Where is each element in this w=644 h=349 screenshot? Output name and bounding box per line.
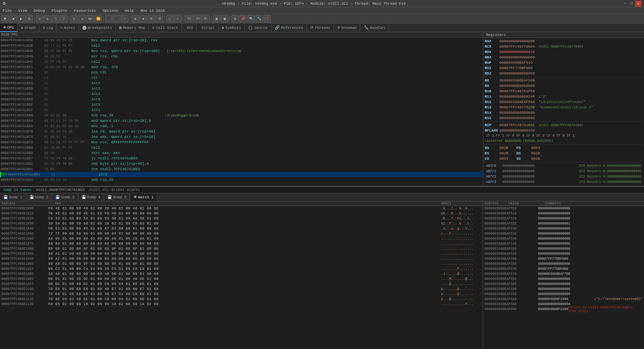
toolbar-btn-13[interactable]: ⬛ [105, 15, 112, 22]
menu-item-debug[interactable]: Debug [33, 9, 46, 13]
dump-row[interactable]: 00007FFC496E1020 C0 52 01 00 B0 54 01 00… [0, 216, 483, 221]
reg-value[interactable]: 0000000000000000 [499, 116, 535, 120]
disasm-row[interactable]: 00007FFC497A1B87 78 45 24 40 00 js ntdll… [0, 156, 483, 161]
reg-value[interactable]: 000003680EAF510 [499, 61, 533, 65]
stack-row[interactable]: 0000003680EAF528 0000000000000001 [483, 221, 644, 226]
stack-row[interactable]: 0000003680EAF540 0000000000000000 [483, 236, 644, 241]
tab-symbols[interactable]: ◆Symbols [218, 23, 245, 32]
menu-item-options[interactable]: Options [101, 9, 119, 13]
toolbar-btn-7[interactable]: ⤵ [52, 15, 59, 22]
dump-row[interactable]: 00007FFC496E10D0 10 4A 01 00 00 00 00 00… [0, 271, 483, 277]
toolbar-btn-11[interactable]: ⏭ [87, 15, 94, 22]
tab-seh[interactable]: SEH [182, 23, 197, 32]
stack-content[interactable]: 0000003680EAF510 0000000000000009 000000… [483, 206, 644, 347]
flag-if[interactable]: IF 1 [567, 134, 575, 138]
stack-row[interactable]: 0000003680EAF550 0000000000000000 [483, 246, 644, 251]
dump-row[interactable]: 00007FFC496E10A0 00 A2 01 00 00 00 00 00… [0, 256, 483, 261]
tab-breakpoints[interactable]: ⬤Breakpoints [79, 23, 116, 32]
stack-row[interactable]: 0000003680EAF520 0000000000000000 [483, 216, 644, 221]
stack-row[interactable]: 0000003680EAF598 0000000000000000 [483, 292, 644, 297]
stack-row[interactable]: 0000003680EAF518 0000000000000000 [483, 211, 644, 216]
stack-row[interactable]: 0000003680EAF560 00007FF77DBF000 [483, 256, 644, 261]
toolbar-btn-24[interactable]: 📌 [239, 15, 247, 22]
maximize-button[interactable]: □ [629, 1, 635, 7]
toolbar-btn-red[interactable]: ● [121, 15, 128, 22]
toolbar-btn-12[interactable]: ⏩ [95, 15, 102, 22]
dump-row[interactable]: 00007FFC496E10F0 00 DC 01 00 40 DC 01 00… [0, 282, 483, 287]
reg-value[interactable]: 0000000000000000 [499, 39, 535, 43]
flag-sf[interactable]: SF 0 [526, 134, 534, 138]
dump-tab-dump-5[interactable]: 💾Dump 5 [104, 193, 130, 201]
disasm-row[interactable]: 00007FFC497A1B80 E8 7B ED FC FF call [0, 145, 483, 150]
disasm-row[interactable]: 00007FFC497A1B5C CC int3 [0, 91, 483, 97]
flag-zf[interactable]: ZF 1 [486, 134, 494, 138]
dump-content[interactable]: 00007FFC496E1000 F0 4E 01 00 D0 49 01 00… [0, 206, 483, 347]
toolbar-btn-19[interactable]: ✏ [166, 15, 173, 22]
stack-row[interactable]: 0000003680EAF590 0000000000000000 [483, 287, 644, 292]
stack-row[interactable]: 0000003680EAF558 0000000000000000 [483, 251, 644, 256]
toolbar-btn-27[interactable]: ❓ [264, 15, 271, 22]
toolbar-btn-14[interactable]: ⬛ [113, 15, 120, 22]
toolbar-btn-26[interactable]: 🔧 [256, 15, 263, 22]
toolbar-btn-22[interactable]: ▦ [221, 15, 228, 22]
dump-tab-dump-1[interactable]: 💾Dump 1 [0, 193, 26, 201]
toolbar-btn-9[interactable]: ▷ [70, 15, 78, 22]
disasm-row[interactable]: 00007FFC497A1B5D CC int3 [0, 97, 483, 102]
flag-af[interactable]: AF 0 [506, 134, 514, 138]
reg-value[interactable]: 0000000000000000 [499, 55, 535, 59]
reg-value[interactable]: 0000003680EAF560 [499, 100, 535, 104]
reg-value[interactable]: 0000000000000246 [499, 95, 535, 99]
reg-value[interactable]: 0000000000000000 [499, 84, 535, 88]
reg-value[interactable]: 0000000000000000 [499, 71, 535, 76]
tab-source[interactable]: {}Source [245, 23, 271, 32]
toolbar-btn-15[interactable]: ◈ [131, 15, 139, 22]
dump-tab-watch-1[interactable]: 👁Watch 1 [130, 193, 157, 201]
close-button[interactable]: ✕ [635, 1, 641, 7]
toolbar-btn-A[interactable]: A+ [195, 15, 202, 22]
disasm-row[interactable]: 00007FFC497A1B40 E8 CF D4 E9 01 mov rcx,… [0, 48, 483, 54]
minimize-button[interactable]: ─ [622, 1, 628, 7]
menu-item-file[interactable]: File [1, 9, 13, 13]
reg-value[interactable]: 00007FFC497A1B91 [499, 123, 535, 127]
menu-item-favourites[interactable]: Favourites [72, 9, 97, 13]
tab-graph[interactable]: ◈Graph [17, 23, 39, 32]
menu-item-help[interactable]: Help [123, 9, 135, 13]
tab-references[interactable]: 🔗References [271, 23, 307, 32]
tab-cpu[interactable]: ⚙CPU [0, 23, 17, 32]
reg-value[interactable]: 0000003680EAF508 [499, 79, 535, 83]
stack-row[interactable]: 0000003680EAF548 0000000000000000 [483, 241, 644, 246]
dump-row[interactable]: 00007FFC496E10E0 00 DC 01 00 4D DC 01 00… [0, 277, 483, 282]
disasm-row[interactable]: 00007FFC497A1B49 48 33 CC xor rcx, rbp [0, 54, 483, 59]
disasm-row[interactable]: 00007FFC497A1B5A CC int3 [0, 81, 483, 86]
stack-row[interactable]: 0000003680EAF510 0000000000000009 [483, 206, 644, 211]
dump-tab-dump-3[interactable]: 💾Dump 3 [52, 193, 78, 201]
tab-notes[interactable]: ✎Notes [57, 23, 78, 32]
reg-value[interactable]: 00007FFC49770904 [499, 45, 535, 49]
dump-row[interactable]: 00007FFC496E1050 72 7F 00 00 50 8A 01 00… [0, 231, 483, 236]
dump-row[interactable]: 00007FFC496E1070 80 90 01 00 00 00 00 00… [0, 241, 483, 246]
dump-row[interactable]: 00007FFC496E1090 00 A1 01 00 00 00 00 00… [0, 251, 483, 256]
disasm-row[interactable]: 00007FFC497A1B75 41 8D 51 10 lea edx, qw… [0, 134, 483, 140]
stack-row[interactable]: 0000003680EAF5A0 0000003680F1360 L"C:\\W… [483, 297, 644, 302]
dump-row[interactable]: 00007FFC496E1060 A0 85 01 00 00 86 01 00… [0, 236, 483, 241]
menu-item-view[interactable]: View [17, 9, 28, 13]
stack-row[interactable]: 0000003680EAF578 0000003680EAF7D0 [483, 271, 644, 277]
tab-log[interactable]: ≡Log [39, 23, 57, 32]
menu-item-plugins[interactable]: Plugins [50, 9, 68, 13]
dump-row[interactable]: 00007FFC496E1130 F0 05 02 00 90 16 02 00… [0, 302, 483, 307]
disasm-row[interactable]: 00007FFC497A1B85 85 C0 test eax, eax [0, 150, 483, 156]
toolbar-btn-2[interactable]: ◀ [9, 15, 17, 22]
tab-snowman[interactable]: ❄Snowman [334, 23, 360, 32]
disasm-row[interactable]: 00007FFC497A1B51 48 81 C4 F0 01 00 00 ad… [0, 64, 483, 70]
stack-row[interactable]: 0000003680EAF588 0000000000000000 [483, 282, 644, 287]
flag-tf[interactable]: TF 0 [556, 134, 565, 138]
disasm-row[interactable]: 00007FFC497A1B6A 41 B9 01 00 00 00 mov r… [0, 123, 483, 129]
toolbar-btn-fx[interactable]: fx [184, 15, 194, 22]
disasm-row[interactable]: 00007FFC497A1B98 CC int3 [0, 183, 483, 184]
toolbar-btn-5[interactable]: ↺ [36, 15, 43, 22]
disasm-row[interactable]: 00007FFC497A1B79 48 C1 FE FF FF FF FF mo… [0, 140, 483, 145]
flag-of[interactable]: OF 0 [516, 134, 524, 138]
tab-call-stack[interactable]: ≡Call Stack [149, 23, 181, 32]
disasm-row[interactable]: 00007FFC497A1B3B E8 77 C1 FE FF call [0, 43, 483, 48]
tab-threads[interactable]: ⟳Threads [307, 23, 334, 32]
